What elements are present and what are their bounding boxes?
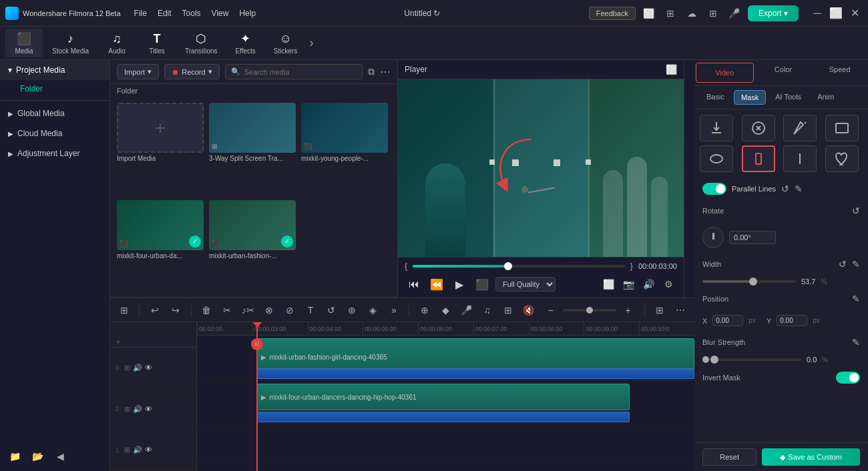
toolbar-transitions[interactable]: ⬡ Transitions [178,29,224,57]
settings-button[interactable]: ⚙ [660,276,677,293]
parallel-lines-reset-icon[interactable]: ↺ [781,183,789,194]
position-y-input[interactable] [777,315,807,326]
sub-tab-anim[interactable]: Anim [811,90,841,105]
music-button[interactable]: ♫ [479,301,495,320]
audio-cut-button[interactable]: ♪✂ [240,301,256,320]
cloud-icon[interactable]: ☁ [684,5,700,21]
toolbar-more-button[interactable]: › [307,36,316,50]
maximize-button[interactable]: ⬜ [828,5,844,21]
width-reset-icon[interactable]: ↺ [839,259,847,270]
record-button[interactable]: ⏺ Record ▾ [164,64,219,79]
monitor-icon[interactable]: ⬜ [641,5,657,21]
new-folder-icon[interactable]: 📁 [5,447,24,466]
zoom-in-button[interactable]: + [619,301,638,320]
toolbar-audio[interactable]: ♫ Audio [98,29,136,57]
list-item[interactable]: ⬛ mixkit-young-people-... [301,103,388,195]
feedback-button[interactable]: Feedback [589,7,636,20]
tab-speed[interactable]: Speed [811,60,868,85]
quality-select[interactable]: Full Quality 1/2 Quality 1/4 Quality [495,277,556,292]
pip-button[interactable]: ⊞ [499,301,516,320]
mask-paint-button[interactable] [783,115,817,141]
list-item[interactable]: ⬛ ✓ mixkit-four-urban-da... [117,200,204,292]
mic-icon[interactable]: 🎤 [726,5,742,21]
zoom-handle[interactable] [586,307,593,314]
mask-ellipse-button[interactable] [700,145,733,172]
rotate-input[interactable] [729,231,776,244]
redo-button[interactable]: ↪ [167,301,184,320]
list-item[interactable]: ⬛ ✓ mixkit-urban-fashion-... [209,200,296,292]
toolbar-stickers[interactable]: ☺ Stickers [267,29,304,57]
more-tools-button[interactable]: » [385,301,402,320]
frame-back-button[interactable]: ⏪ [427,275,446,294]
mask-line-button[interactable] [783,145,817,172]
blur-slider[interactable] [714,358,801,361]
layout-icon[interactable]: ⊞ [662,5,678,21]
toolbar-stock-media[interactable]: ♪ Stock Media [45,29,95,57]
track-lock-icon[interactable]: ⊞ [124,405,130,414]
sidebar-item-cloud-media[interactable]: ▶ Cloud Media [0,123,110,143]
mask-heart-button[interactable] [825,145,859,172]
mask-download-button[interactable] [700,115,733,141]
track-mute-icon[interactable]: 🔊 [133,405,142,414]
more-button[interactable]: ⋯ [672,301,689,320]
apps-icon[interactable]: ⊞ [705,5,721,21]
progress-track[interactable] [413,265,625,268]
screenshot-button[interactable]: 📷 [620,276,637,293]
mic-button[interactable]: 🎤 [458,301,475,320]
minimize-button[interactable]: ─ [809,5,825,21]
delete-button[interactable]: 🗑 [198,301,214,320]
toolbar-titles[interactable]: T Titles [138,29,176,57]
more-options-button[interactable]: ⋯ [380,65,391,78]
rotate-dial[interactable] [702,227,724,248]
left-brace[interactable]: { [405,262,407,271]
tab-video[interactable]: Video [696,63,754,83]
menu-tools[interactable]: Tools [182,9,201,18]
menu-edit[interactable]: Edit [158,9,172,18]
parallel-lines-toggle[interactable] [702,183,726,195]
position-x-input[interactable] [712,315,743,326]
save-custom-button[interactable]: ◆ Save as Custom [762,448,860,466]
split-button[interactable]: ⊘ [281,301,298,320]
sub-tab-mask[interactable]: Mask [734,90,766,105]
width-handle[interactable] [749,278,757,286]
position-edit-icon[interactable]: ✎ [852,294,860,304]
parallel-lines-edit-icon[interactable]: ✎ [795,183,803,194]
tab-color[interactable]: Color [755,60,812,85]
filter-button[interactable]: ⧉ [368,66,375,77]
track-lock-icon[interactable]: ⊞ [124,364,130,372]
handle-right[interactable] [586,159,591,165]
track-visible-icon[interactable]: 👁 [145,364,152,372]
blur-edit-icon[interactable]: ✎ [852,337,860,348]
list-item[interactable]: ⊞ 3-Way Split Screen Tra... [209,103,296,195]
search-box[interactable]: 🔍 [225,64,363,79]
rotate-button[interactable]: ↺ [323,301,340,320]
menu-view[interactable]: View [212,9,229,18]
collapse-panel-icon[interactable]: ◀ [51,447,69,466]
invert-mask-toggle[interactable] [836,372,860,384]
tl-clip-2[interactable]: ▶ mixkit-four-urban-dancers-dancing-hip-… [256,384,630,410]
composite-button[interactable]: ◈ [365,301,381,320]
sub-tab-ai-tools[interactable]: AI Tools [769,90,808,105]
mask-rect-button[interactable] [825,115,859,141]
stop-button[interactable]: ⬛ [473,275,491,294]
right-brace[interactable]: } [630,262,633,271]
folder-item[interactable]: Folder [0,80,110,97]
close-button[interactable]: ✕ [847,5,863,21]
mask-parallel-button[interactable] [742,145,775,172]
playhead[interactable] [256,322,258,471]
text-button[interactable]: T [302,301,318,320]
snap-button[interactable]: ⊕ [416,301,433,320]
lock-button[interactable]: ◆ [437,301,454,320]
track-mute-icon[interactable]: 🔊 [133,446,142,454]
volume-button[interactable]: 🔊 [640,276,657,293]
play-button[interactable]: ▶ [450,275,469,294]
track-visible-icon[interactable]: 👁 [145,446,152,454]
mask-circle-x-button[interactable] [742,115,775,141]
timeline-grid-button[interactable]: ⊞ [116,301,132,320]
layout-toggle-button[interactable]: ⊞ [652,301,668,320]
reset-button[interactable]: Reset [702,448,756,466]
stamp-button[interactable]: ⊛ [344,301,361,320]
project-media-header[interactable]: ▾ Project Media [0,60,110,80]
track-lock-icon[interactable]: ⊞ [124,446,130,454]
track-mute-icon[interactable]: 🔊 [133,364,142,372]
